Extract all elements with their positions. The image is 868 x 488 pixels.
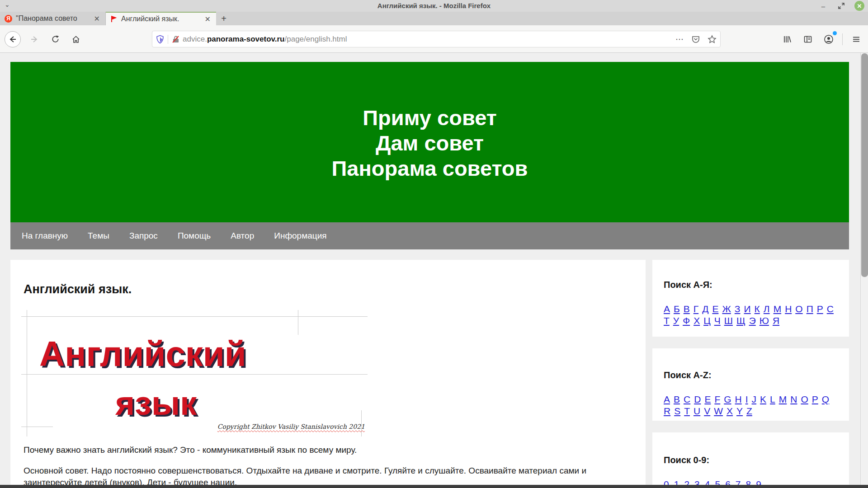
minimize-button[interactable]: – (818, 1, 828, 11)
search-letter-link[interactable]: U (693, 406, 700, 417)
hero-text-line2: язык (115, 384, 197, 422)
search-letter-link[interactable]: M (779, 394, 787, 405)
search-letter-link[interactable]: Н (785, 304, 792, 314)
search-letter-link[interactable]: N (790, 394, 797, 405)
search-letter-link[interactable]: L (770, 394, 775, 405)
search-letter-link[interactable]: W (714, 406, 723, 417)
menu-button[interactable] (849, 32, 863, 47)
search-letter-link[interactable]: Г (693, 304, 698, 314)
menu-link[interactable]: Информация (274, 231, 326, 241)
search-letter-link[interactable]: Q (822, 394, 829, 405)
menu-link[interactable]: Темы (88, 231, 109, 241)
search-letter-link[interactable]: V (704, 406, 710, 417)
search-letter-link[interactable]: K (760, 394, 766, 405)
search-letter-link[interactable]: P (812, 394, 818, 405)
tracking-shield-icon[interactable] (156, 35, 164, 44)
search-letter-link[interactable]: З (735, 304, 741, 314)
pocket-icon[interactable] (691, 35, 700, 44)
menu-link[interactable]: Автор (231, 231, 254, 241)
search-letter-link[interactable]: Ш (724, 315, 733, 326)
search-letter-link[interactable]: С (827, 304, 834, 314)
reload-button[interactable] (48, 32, 62, 47)
search-letter-link[interactable]: У (673, 315, 679, 326)
search-letter-link[interactable]: R (664, 406, 670, 417)
account-button[interactable] (821, 32, 836, 47)
search-letter-link[interactable]: C (684, 394, 690, 405)
search-letter-link[interactable]: G (724, 394, 731, 405)
close-button[interactable]: ✕ (854, 1, 864, 11)
search-letter-link[interactable]: E (704, 394, 711, 405)
search-letter-link[interactable]: П (807, 304, 813, 314)
navigation-toolbar: advice.panorama-sovetov.ru/page/english.… (0, 25, 868, 53)
search-letter-link[interactable]: Т (664, 315, 670, 326)
hero-text-line1: Английский (39, 333, 246, 375)
page-actions-button[interactable]: ⋯ (675, 34, 684, 44)
menu-link[interactable]: Запрос (129, 231, 158, 241)
search-letter-link[interactable]: Д (702, 304, 708, 314)
back-button[interactable] (5, 31, 21, 47)
red-flag-icon (110, 15, 118, 23)
search-letter-link[interactable]: X (726, 406, 733, 417)
search-letter-link[interactable]: М (774, 304, 782, 314)
search-letter-link[interactable]: A (664, 394, 670, 405)
insecure-lock-icon[interactable] (172, 35, 180, 43)
library-button[interactable] (780, 32, 794, 47)
search-letter-link[interactable]: S (674, 406, 680, 417)
search-letter-link[interactable]: Ц (703, 315, 711, 326)
bookmark-star-icon[interactable] (708, 35, 717, 44)
search-letter-link[interactable]: Y (736, 406, 743, 417)
search-letter-link[interactable]: T (684, 406, 690, 417)
search-letter-link[interactable]: Э (749, 315, 756, 326)
search-letter-link[interactable]: А (664, 304, 670, 314)
tab-panorama-sovetov[interactable]: Я "Панорама совето ✕ (0, 12, 106, 25)
search-letter-link[interactable]: И (744, 304, 751, 314)
search-letter-link[interactable]: О (795, 304, 802, 314)
restore-button[interactable] (836, 1, 846, 11)
sidebar-card: Поиск A-Z:ABCDEFGHIJKLMNOPQRSTUVWXYZ (652, 348, 849, 421)
search-letter-link[interactable]: B (674, 394, 680, 405)
search-letter-link[interactable]: I (745, 394, 748, 405)
page-scrollbar[interactable] (860, 53, 868, 488)
search-letter-link[interactable]: Ч (714, 315, 721, 326)
search-letter-link[interactable]: Ж (722, 304, 731, 314)
restore-icon (838, 3, 844, 9)
tab-close-icon[interactable]: ✕ (93, 14, 101, 23)
search-letter-link[interactable]: К (755, 304, 760, 314)
search-letter-link[interactable]: Р (817, 304, 823, 314)
url-bar[interactable]: advice.panorama-sovetov.ru/page/english.… (152, 31, 721, 47)
home-button[interactable] (69, 32, 83, 47)
search-letter-link[interactable]: Л (764, 304, 770, 314)
search-letter-link[interactable]: J (752, 394, 757, 405)
search-letter-link[interactable]: Я (773, 315, 779, 326)
english-language-image: Английский язык Copyright Zhitkov Vasili… (21, 310, 368, 436)
menu-link[interactable]: На главную (22, 231, 68, 241)
sidebars-icon (803, 35, 812, 44)
search-letter-link[interactable]: Е (712, 304, 718, 314)
tab-english-active[interactable]: Английский язык. ✕ (106, 12, 216, 25)
search-letter-link[interactable]: O (801, 394, 808, 405)
menu-link[interactable]: Помощь (178, 231, 211, 241)
search-letter-link[interactable]: F (714, 394, 720, 405)
search-letter-link[interactable]: Z (746, 406, 752, 417)
url-text[interactable]: advice.panorama-sovetov.ru/page/english.… (183, 35, 672, 44)
sidebar-heading: Поиск А-Я: (664, 280, 838, 290)
search-letter-link[interactable]: Ф (683, 315, 690, 326)
site-menu: На главнуюТемыЗапросПомощьАвторИнформаци… (10, 222, 849, 249)
search-letter-link[interactable]: Щ (736, 315, 745, 326)
search-letter-link[interactable]: D (694, 394, 701, 405)
hero-copyright: Copyright Zhitkov Vasiliy Stanislavovich… (217, 423, 365, 430)
url-path: /page/english.html (285, 35, 347, 43)
tab-title: "Панорама совето (16, 14, 90, 23)
search-letter-link[interactable]: H (735, 394, 742, 405)
scrollbar-thumb[interactable] (861, 53, 868, 277)
search-letter-link[interactable]: В (684, 304, 690, 314)
new-tab-button[interactable]: + (216, 12, 231, 25)
search-letter-link[interactable]: Х (693, 315, 700, 326)
search-letter-link[interactable]: Ю (760, 315, 769, 326)
sidebars-button[interactable] (801, 32, 815, 47)
tab-title: Английский язык. (121, 15, 200, 23)
forward-button[interactable] (27, 32, 42, 47)
main-content: Английский язык. Английский язык Copyrig… (10, 260, 646, 485)
search-letter-link[interactable]: Б (674, 304, 680, 314)
tab-close-icon[interactable]: ✕ (204, 15, 212, 23)
